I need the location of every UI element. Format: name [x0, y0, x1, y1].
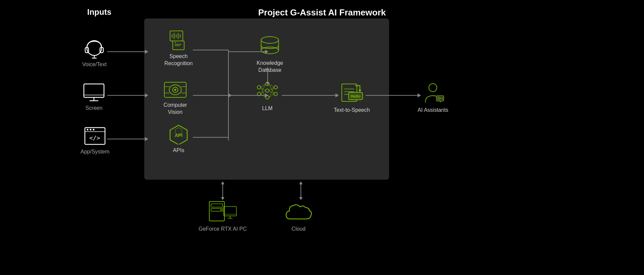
svg-point-65 [429, 84, 437, 92]
cloud-icon [283, 201, 314, 223]
arrow-rtx [221, 181, 224, 200]
ai-icon [420, 82, 445, 104]
input-screen: Screen [82, 82, 106, 111]
arrow-connector-llm [228, 93, 268, 97]
arrow-screen [107, 93, 148, 97]
svg-point-12 [90, 129, 92, 131]
pc-icon [208, 200, 238, 223]
ai-assistants: AI Assistants [418, 82, 448, 114]
arrow-voice [107, 50, 148, 54]
svg-point-42 [266, 89, 269, 92]
svg-rect-76 [224, 207, 236, 216]
text-to-speech: Hello Text-to-Speech [334, 82, 370, 114]
page-title: Project G-Assist AI Framework [258, 7, 386, 18]
svg-point-11 [87, 129, 89, 131]
computer-vision: ComputerVision [163, 81, 188, 116]
input-voice: Voice/Text [82, 39, 107, 67]
apis: API APIs [168, 124, 190, 154]
llm-label: LLM [262, 105, 272, 112]
svg-rect-73 [211, 204, 223, 207]
arrow-vision-llm [193, 93, 232, 97]
rtx-label: GeForce RTX AI PC [199, 226, 247, 232]
svg-point-45 [274, 92, 277, 96]
arrow-speech-right [193, 50, 228, 50]
svg-point-13 [93, 129, 95, 131]
ai-label: AI Assistants [418, 107, 448, 114]
rtx-pc: GeForce RTX AI PC [199, 200, 247, 232]
apis-label: APIs [173, 147, 184, 154]
svg-rect-21 [173, 41, 184, 50]
app-label: App/System [80, 149, 109, 155]
svg-point-35 [261, 37, 279, 43]
cloud-label: Cloud [291, 226, 306, 232]
arrow-tts-ai [366, 93, 421, 97]
knowledge-database: KnowledgeDatabase [257, 35, 283, 74]
svg-rect-5 [84, 84, 104, 97]
arrow-kb-llm [266, 67, 269, 85]
database-icon [259, 35, 281, 57]
monitor-icon [82, 82, 106, 102]
svg-point-44 [274, 86, 277, 89]
tts-label: Text-to-Speech [334, 107, 370, 114]
svg-point-75 [220, 209, 222, 211]
headset-icon [83, 39, 106, 59]
cloud: Cloud [283, 201, 314, 232]
inputs-label: Inputs [87, 7, 111, 17]
voice-label: Voice/Text [82, 61, 107, 67]
arrow-speech-to-llm [228, 50, 268, 54]
speech-recognition: SpeechRecognition [164, 30, 193, 67]
speech-label: SpeechRecognition [164, 53, 193, 67]
svg-point-39 [257, 86, 261, 89]
input-app: </> App/System [80, 126, 109, 155]
vision-icon [163, 81, 188, 99]
svg-marker-62 [359, 90, 361, 92]
knowledge-label: KnowledgeDatabase [257, 60, 283, 74]
api-icon: API [168, 124, 190, 144]
arrow-app [107, 137, 148, 141]
arrow-llm-tts [282, 93, 339, 97]
vision-label: ComputerVision [163, 102, 187, 116]
arrow-apis-right [193, 137, 228, 138]
screen-label: Screen [86, 105, 103, 111]
arrow-cloud [299, 181, 303, 200]
svg-text:Hello: Hello [351, 94, 361, 99]
svg-text:</>: </> [89, 134, 100, 141]
svg-point-27 [174, 89, 176, 91]
tts-icon: Hello [339, 82, 364, 104]
speech-icon [167, 30, 190, 50]
code-icon: </> [83, 126, 107, 146]
